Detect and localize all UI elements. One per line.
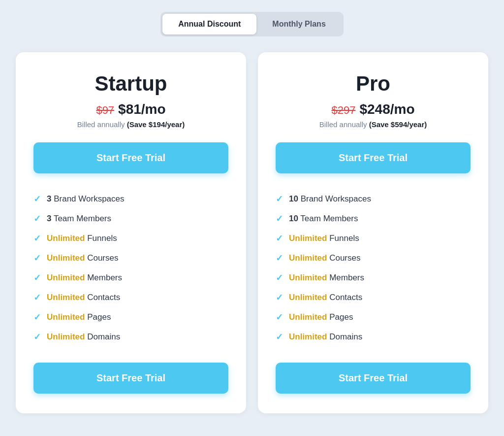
list-item: ✓ Unlimited Funnels: [276, 229, 471, 248]
pro-billing-note: Billed annually (Save $594/year): [319, 120, 427, 129]
startup-price-row: $97 $81/mo: [96, 101, 165, 117]
pro-price-row: $297 $248/mo: [331, 101, 414, 117]
billing-toggle: Annual Discount Monthly Plans: [160, 12, 344, 36]
startup-billing-note: Billed annually (Save $194/year): [77, 120, 185, 129]
check-icon: ✓: [276, 292, 283, 303]
check-icon: ✓: [33, 194, 41, 204]
startup-plan-card: Startup $97 $81/mo Billed annually (Save…: [16, 52, 246, 413]
list-item: ✓ 3 Brand Workspaces: [33, 189, 228, 209]
list-item: ✓ Unlimited Pages: [276, 307, 471, 327]
check-icon: ✓: [33, 292, 41, 303]
startup-current-price: $81/mo: [118, 101, 166, 117]
list-item: ✓ 10 Team Members: [276, 209, 471, 229]
check-icon: ✓: [276, 233, 283, 244]
pro-cta-top-button[interactable]: Start Free Trial: [276, 142, 471, 173]
check-icon: ✓: [276, 272, 283, 283]
check-icon: ✓: [276, 312, 283, 323]
pro-plan-card: Pro $297 $248/mo Billed annually (Save $…: [258, 52, 488, 413]
check-icon: ✓: [33, 253, 41, 264]
check-icon: ✓: [276, 253, 283, 264]
list-item: ✓ Unlimited Funnels: [33, 229, 228, 248]
list-item: ✓ Unlimited Contacts: [33, 288, 228, 307]
list-item: ✓ Unlimited Pages: [33, 307, 228, 327]
check-icon: ✓: [276, 194, 283, 204]
check-icon: ✓: [33, 272, 41, 283]
pro-features-list: ✓ 10 Brand Workspaces ✓ 10 Team Members …: [276, 189, 471, 347]
startup-cta-top-button[interactable]: Start Free Trial: [33, 142, 228, 173]
pro-plan-name: Pro: [356, 72, 390, 96]
pro-cta-bottom-button[interactable]: Start Free Trial: [276, 363, 471, 394]
startup-features-list: ✓ 3 Brand Workspaces ✓ 3 Team Members ✓ …: [33, 189, 228, 347]
startup-cta-bottom-button[interactable]: Start Free Trial: [33, 363, 228, 394]
check-icon: ✓: [33, 233, 41, 244]
startup-original-price: $97: [96, 104, 114, 117]
list-item: ✓ Unlimited Courses: [276, 248, 471, 268]
check-icon: ✓: [33, 332, 41, 342]
list-item: ✓ Unlimited Members: [33, 268, 228, 288]
plans-container: Startup $97 $81/mo Billed annually (Save…: [16, 52, 488, 413]
pro-current-price: $248/mo: [359, 101, 414, 117]
check-icon: ✓: [33, 312, 41, 323]
list-item: ✓ Unlimited Courses: [33, 248, 228, 268]
list-item: ✓ Unlimited Contacts: [276, 288, 471, 307]
monthly-plans-tab[interactable]: Monthly Plans: [256, 14, 341, 34]
check-icon: ✓: [276, 332, 283, 342]
check-icon: ✓: [33, 213, 41, 224]
pro-original-price: $297: [331, 104, 355, 117]
annual-discount-tab[interactable]: Annual Discount: [162, 14, 256, 34]
list-item: ✓ Unlimited Members: [276, 268, 471, 288]
startup-plan-name: Startup: [95, 72, 167, 96]
check-icon: ✓: [276, 213, 283, 224]
list-item: ✓ Unlimited Domains: [276, 327, 471, 347]
list-item: ✓ 10 Brand Workspaces: [276, 189, 471, 209]
list-item: ✓ 3 Team Members: [33, 209, 228, 229]
list-item: ✓ Unlimited Domains: [33, 327, 228, 347]
